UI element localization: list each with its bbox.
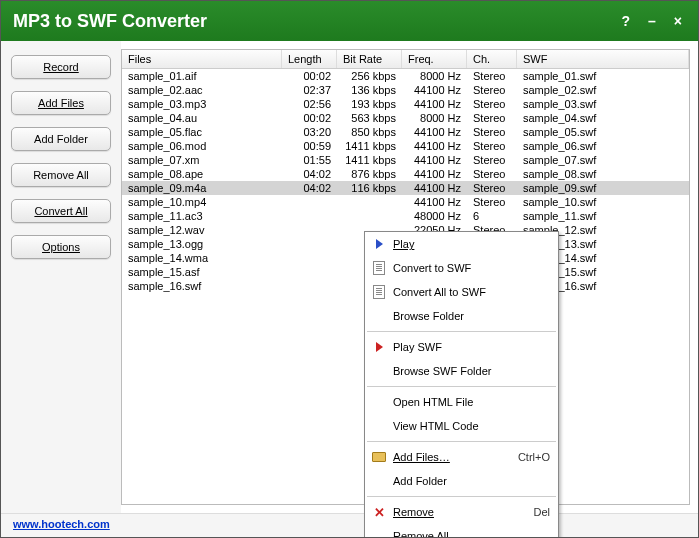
col-header-bitrate[interactable]: Bit Rate: [337, 50, 402, 68]
cell: [282, 251, 337, 265]
cell: 6: [467, 209, 517, 223]
cell: 8000 Hz: [402, 111, 467, 125]
cell: 00:02: [282, 111, 337, 125]
hootech-link[interactable]: www.hootech.com: [13, 518, 110, 530]
table-row[interactable]: sample_09.m4a04:02116 kbps44100 HzStereo…: [122, 181, 689, 195]
col-header-files[interactable]: Files: [122, 50, 282, 68]
cell: 03:20: [282, 125, 337, 139]
cell: 850 kbps: [337, 125, 402, 139]
add-folder-button[interactable]: Add Folder: [11, 127, 111, 151]
cell: sample_16.swf: [122, 279, 282, 293]
cell: Stereo: [467, 69, 517, 83]
table-row[interactable]: sample_02.aac02:37136 kbps44100 HzStereo…: [122, 83, 689, 97]
cell: sample_14.wma: [122, 251, 282, 265]
cell: Stereo: [467, 195, 517, 209]
cell: 8000 Hz: [402, 69, 467, 83]
cell: [282, 195, 337, 209]
cm-add-folder[interactable]: Add Folder: [365, 469, 558, 493]
cell: [282, 279, 337, 293]
col-header-swf[interactable]: SWF: [517, 50, 689, 68]
close-button[interactable]: ×: [670, 13, 686, 29]
file-list-header: Files Length Bit Rate Freq. Ch. SWF: [122, 50, 689, 69]
cell: sample_03.mp3: [122, 97, 282, 111]
table-row[interactable]: sample_11.ac348000 Hz6sample_11.swf: [122, 209, 689, 223]
table-row[interactable]: sample_01.aif00:02256 kbps8000 HzStereos…: [122, 69, 689, 83]
cm-play-swf[interactable]: Play SWF: [365, 335, 558, 359]
cm-convert-to-swf[interactable]: Convert to SWF: [365, 256, 558, 280]
cell: [282, 223, 337, 237]
table-row[interactable]: sample_03.mp302:56193 kbps44100 HzStereo…: [122, 97, 689, 111]
cm-view-html-code[interactable]: View HTML Code: [365, 414, 558, 438]
table-row[interactable]: sample_04.au00:02563 kbps8000 HzStereosa…: [122, 111, 689, 125]
cell: sample_04.swf: [517, 111, 689, 125]
options-button[interactable]: Options: [11, 235, 111, 259]
cell: Stereo: [467, 139, 517, 153]
cm-separator: [367, 386, 556, 387]
col-header-freq[interactable]: Freq.: [402, 50, 467, 68]
cell: [282, 265, 337, 279]
table-row[interactable]: sample_07.xm01:551411 kbps44100 HzStereo…: [122, 153, 689, 167]
convert-all-button[interactable]: Convert All: [11, 199, 111, 223]
table-row[interactable]: sample_08.ape04:02876 kbps44100 HzStereo…: [122, 167, 689, 181]
cell: 876 kbps: [337, 167, 402, 181]
cell: sample_01.swf: [517, 69, 689, 83]
cm-add-files[interactable]: Add Files… Ctrl+O: [365, 445, 558, 469]
cm-browse-swf-folder[interactable]: Browse SWF Folder: [365, 359, 558, 383]
cell: sample_07.swf: [517, 153, 689, 167]
cm-play[interactable]: Play: [365, 232, 558, 256]
cell: sample_05.flac: [122, 125, 282, 139]
folder-icon: [369, 449, 389, 465]
cell: 44100 Hz: [402, 181, 467, 195]
cell: sample_04.au: [122, 111, 282, 125]
cell: 00:02: [282, 69, 337, 83]
cell: 04:02: [282, 167, 337, 181]
cm-browse-folder[interactable]: Browse Folder: [365, 304, 558, 328]
cell: Stereo: [467, 97, 517, 111]
table-row[interactable]: sample_05.flac03:20850 kbps44100 HzStere…: [122, 125, 689, 139]
cell: 116 kbps: [337, 181, 402, 195]
cell: sample_08.swf: [517, 167, 689, 181]
titlebar-controls: ? – ×: [617, 13, 686, 29]
documents-icon: [369, 284, 389, 300]
cell: 1411 kbps: [337, 139, 402, 153]
minimize-button[interactable]: –: [644, 13, 660, 29]
cm-convert-all-to-swf[interactable]: Convert All to SWF: [365, 280, 558, 304]
play-icon: [369, 339, 389, 355]
help-button[interactable]: ?: [617, 13, 634, 29]
cell: 44100 Hz: [402, 195, 467, 209]
cell: 44100 Hz: [402, 153, 467, 167]
col-header-length[interactable]: Length: [282, 50, 337, 68]
col-header-ch[interactable]: Ch.: [467, 50, 517, 68]
cell: sample_06.swf: [517, 139, 689, 153]
cell: sample_08.ape: [122, 167, 282, 181]
cell: [282, 237, 337, 251]
cell: sample_10.swf: [517, 195, 689, 209]
cell: sample_02.aac: [122, 83, 282, 97]
document-icon: [369, 260, 389, 276]
cell: 563 kbps: [337, 111, 402, 125]
content-area: Files Length Bit Rate Freq. Ch. SWF samp…: [121, 41, 698, 513]
table-row[interactable]: sample_06.mod00:591411 kbps44100 HzStere…: [122, 139, 689, 153]
cell: sample_07.xm: [122, 153, 282, 167]
cell: 193 kbps: [337, 97, 402, 111]
table-row[interactable]: sample_10.mp444100 HzStereosample_10.swf: [122, 195, 689, 209]
sidebar: Record Add Files Add Folder Remove All C…: [1, 41, 121, 513]
cm-remove-all[interactable]: Remove All: [365, 524, 558, 538]
cell: 136 kbps: [337, 83, 402, 97]
cell: 44100 Hz: [402, 83, 467, 97]
add-files-button[interactable]: Add Files: [11, 91, 111, 115]
cm-separator: [367, 496, 556, 497]
cell: 1411 kbps: [337, 153, 402, 167]
cell: Stereo: [467, 167, 517, 181]
cell: sample_05.swf: [517, 125, 689, 139]
record-button[interactable]: Record: [11, 55, 111, 79]
cell: sample_06.mod: [122, 139, 282, 153]
cm-remove[interactable]: ✕ Remove Del: [365, 500, 558, 524]
cell: [282, 209, 337, 223]
remove-all-button[interactable]: Remove All: [11, 163, 111, 187]
cm-open-html-file[interactable]: Open HTML File: [365, 390, 558, 414]
cell: sample_09.m4a: [122, 181, 282, 195]
cell: 44100 Hz: [402, 97, 467, 111]
window-title: MP3 to SWF Converter: [13, 11, 207, 32]
cell: Stereo: [467, 153, 517, 167]
